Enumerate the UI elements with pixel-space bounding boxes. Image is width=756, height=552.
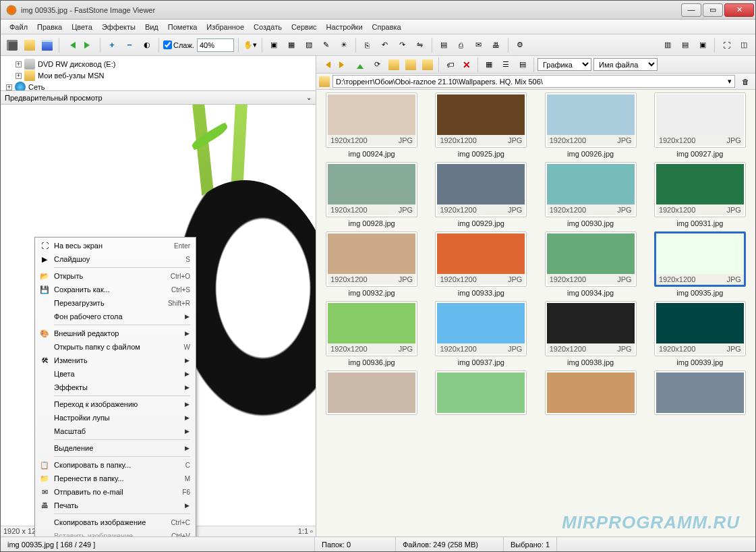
thumbnail[interactable]: 1920x1200JPGimg 00935.jpg bbox=[647, 231, 753, 297]
ctx-отправить-по-e-mail[interactable]: ✉Отправить по e-mailF6 bbox=[36, 485, 194, 499]
thumbnail[interactable] bbox=[647, 370, 753, 415]
settings-button[interactable]: ⚙ bbox=[513, 38, 527, 53]
thumbnail[interactable]: 1920x1200JPGimg 00929.jpg bbox=[428, 162, 533, 227]
sort-select[interactable]: Имя файла bbox=[593, 58, 658, 71]
layout2-button[interactable]: ▤ bbox=[678, 38, 693, 53]
ctx-цвета[interactable]: Цвета▶ bbox=[36, 367, 194, 381]
thumbnail[interactable] bbox=[428, 370, 533, 415]
nav-up-button[interactable] bbox=[353, 57, 368, 72]
screenshot-button[interactable] bbox=[5, 38, 20, 53]
ctx-изменить[interactable]: 🛠Изменить▶ bbox=[36, 354, 194, 367]
ctx-печать[interactable]: 🖶Печать▶ bbox=[36, 499, 194, 512]
maximize-button[interactable]: ▭ bbox=[703, 3, 723, 17]
folder-tree[interactable]: + DVD RW дисковод (E:) + Мои веб-узлы MS… bbox=[1, 56, 316, 91]
smooth-checkbox[interactable]: Слаж. bbox=[163, 40, 194, 49]
rotate-left-button[interactable]: ↶ bbox=[378, 38, 392, 53]
expand-icon[interactable]: + bbox=[16, 61, 22, 67]
flip-button[interactable]: ⇋ bbox=[413, 38, 428, 53]
minimize-button[interactable]: — bbox=[681, 3, 701, 17]
nav-favorite-button[interactable] bbox=[386, 57, 401, 72]
ctx-выделение[interactable]: Выделение▶ bbox=[36, 441, 194, 455]
view-list-button[interactable]: ☰ bbox=[498, 57, 513, 72]
open-button[interactable] bbox=[22, 38, 37, 53]
thumbnail[interactable]: 1920x1200JPGimg 00933.jpg bbox=[428, 231, 533, 297]
thumbnail[interactable]: 1920x1200JPGimg 00926.jpg bbox=[538, 92, 643, 158]
preview-pane[interactable]: 1920 x 1200 (2.30 MP) 24bit 190 KB 2013-… bbox=[1, 105, 316, 536]
fullscreen-button[interactable]: ⛶ bbox=[719, 38, 734, 53]
thumbnail[interactable]: 1920x1200JPGimg 00931.jpg bbox=[647, 162, 753, 227]
thumbnail[interactable]: 1920x1200JPGimg 00928.jpg bbox=[319, 162, 424, 227]
ctx-скопировать-в-папку-[interactable]: 📋Скопировать в папку...C bbox=[36, 458, 194, 472]
batch-button[interactable]: ▤ bbox=[436, 38, 451, 53]
nav-forward-button[interactable] bbox=[336, 57, 351, 72]
layout3-button[interactable]: ▣ bbox=[695, 38, 710, 53]
nav-tag-button[interactable]: 🏷 bbox=[442, 57, 457, 72]
ctx-скопировать-изображение[interactable]: Скопировать изображениеCtrl+C bbox=[36, 516, 194, 529]
clone-button[interactable]: ⎘ bbox=[360, 38, 375, 53]
next-button[interactable] bbox=[81, 38, 96, 53]
thumbnail[interactable]: 1920x1200JPGimg 00927.jpg bbox=[647, 92, 753, 158]
menu-файл[interactable]: Файл bbox=[5, 22, 32, 32]
menu-эффекты[interactable]: Эффекты bbox=[97, 22, 140, 32]
nav-back-button[interactable] bbox=[319, 57, 334, 72]
thumbnail[interactable]: 1920x1200JPGimg 00934.jpg bbox=[538, 231, 643, 297]
zoom-actual-button[interactable]: ◐ bbox=[140, 38, 154, 53]
menu-пометка[interactable]: Пометка bbox=[163, 22, 202, 32]
ctx-эффекты[interactable]: Эффекты▶ bbox=[36, 381, 194, 394]
hand-tool-button[interactable]: ✋▾ bbox=[243, 38, 258, 53]
tree-item[interactable]: + DVD RW дисковод (E:) bbox=[6, 59, 310, 70]
menu-создать[interactable]: Создать bbox=[249, 22, 287, 32]
trash-button[interactable]: 🗑 bbox=[738, 74, 753, 89]
menu-цвета[interactable]: Цвета bbox=[67, 22, 97, 32]
nav-delete-button[interactable]: ✕ bbox=[459, 57, 474, 72]
view-thumbs-button[interactable]: ▦ bbox=[482, 57, 496, 72]
menu-правка[interactable]: Правка bbox=[32, 22, 67, 32]
menu-избранное[interactable]: Избранное bbox=[202, 22, 249, 32]
adjust-button[interactable]: ☀ bbox=[337, 38, 351, 53]
menu-вид[interactable]: Вид bbox=[140, 22, 163, 32]
save-button[interactable] bbox=[40, 38, 55, 53]
draw-button[interactable]: ✎ bbox=[319, 38, 334, 53]
ctx-слайдшоу[interactable]: ▶СлайдшоуS bbox=[36, 252, 194, 266]
thumbnail[interactable] bbox=[538, 370, 643, 415]
ctx-внешний-редактор[interactable]: 🎨Внешний редактор▶ bbox=[36, 327, 194, 340]
ctx-открыть-папку-с-файлом[interactable]: Открыть папку с файломW bbox=[36, 340, 194, 354]
expand-icon[interactable]: + bbox=[6, 84, 12, 90]
resize-button[interactable]: ▦ bbox=[284, 38, 299, 53]
menu-справка[interactable]: Справка bbox=[368, 22, 406, 32]
zoom-out-button[interactable]: − bbox=[122, 38, 137, 53]
thumbnail[interactable]: 1920x1200JPGimg 00937.jpg bbox=[428, 301, 533, 366]
ctx-сохранить-как-[interactable]: 💾Сохранить как...Ctrl+S bbox=[36, 283, 194, 296]
close-button[interactable]: ✕ bbox=[724, 3, 754, 17]
thumbnail[interactable]: 1920x1200JPGimg 00930.jpg bbox=[538, 162, 643, 227]
ctx-фон-рабочего-стола[interactable]: Фон рабочего стола▶ bbox=[36, 310, 194, 323]
ctx-на-весь-экран[interactable]: ⛶На весь экранEnter bbox=[36, 239, 194, 252]
prev-button[interactable] bbox=[63, 38, 78, 53]
thumbnail[interactable]: 1920x1200JPGimg 00925.jpg bbox=[428, 92, 533, 158]
thumbnail[interactable]: 1920x1200JPGimg 00938.jpg bbox=[538, 301, 643, 366]
thumbnail[interactable]: 1920x1200JPGimg 00924.jpg bbox=[319, 92, 424, 158]
tree-item[interactable]: + Мои веб-узлы MSN bbox=[6, 70, 310, 81]
email-button[interactable]: ✉ bbox=[471, 38, 486, 53]
thumbnail[interactable]: 1920x1200JPGimg 00936.jpg bbox=[319, 301, 424, 366]
thumbnail[interactable]: 1920x1200JPGimg 00939.jpg bbox=[647, 301, 753, 366]
scan-button[interactable]: ⎙ bbox=[454, 38, 469, 53]
tree-item[interactable]: + Сеть bbox=[6, 82, 310, 91]
layout1-button[interactable]: ▥ bbox=[660, 38, 675, 53]
crop-button[interactable]: ▣ bbox=[266, 38, 281, 53]
thumbnail[interactable] bbox=[319, 370, 424, 415]
ctx-настройки-лупы[interactable]: Настройки лупы▶ bbox=[36, 411, 194, 424]
rotate-right-button[interactable]: ↷ bbox=[395, 38, 410, 53]
ctx-масштаб[interactable]: Масштаб▶ bbox=[36, 424, 194, 438]
path-input[interactable]: D:\торрент\Обои\Oboi-raznoe 21.10\Wallpa… bbox=[332, 75, 735, 88]
thumbnail[interactable]: 1920x1200JPGimg 00932.jpg bbox=[319, 231, 424, 297]
menu-настройки[interactable]: Настройки bbox=[322, 22, 368, 32]
view-details-button[interactable]: ▤ bbox=[515, 57, 530, 72]
filter-select[interactable]: Графика bbox=[537, 58, 591, 71]
thumbnail-area[interactable]: 1920x1200JPGimg 00924.jpg1920x1200JPGimg… bbox=[316, 90, 755, 536]
ctx-открыть[interactable]: 📂ОткрытьCtrl+O bbox=[36, 269, 194, 283]
nav-folder-button[interactable] bbox=[403, 57, 418, 72]
expand-icon[interactable]: + bbox=[16, 73, 22, 79]
ctx-перезагрузить[interactable]: ПерезагрузитьShift+R bbox=[36, 296, 194, 310]
ctx-перенести-в-папку-[interactable]: 📁Перенести в папку...M bbox=[36, 472, 194, 485]
